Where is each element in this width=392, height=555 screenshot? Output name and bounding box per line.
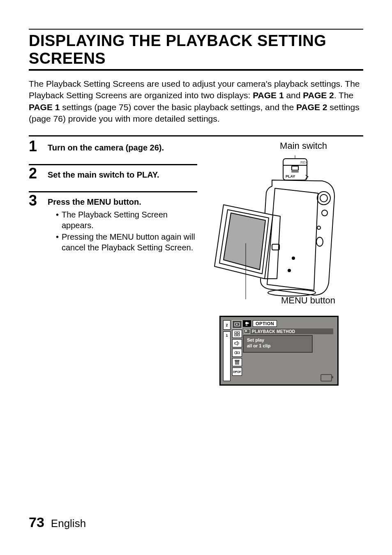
option-label: OPTION xyxy=(253,320,277,327)
top-rule xyxy=(29,29,363,30)
lcd-page-tabs: 2 1 xyxy=(223,320,231,381)
volume-icon xyxy=(232,339,242,347)
svg-point-10 xyxy=(316,237,323,246)
step-title: Press the MENU button. xyxy=(48,197,197,207)
camera-diagram: REC PLAY xyxy=(211,155,347,299)
page-number: 73 xyxy=(29,514,44,530)
svg-point-7 xyxy=(317,192,330,205)
intro-bold-page1b: PAGE 1 xyxy=(29,102,60,112)
playback-icon xyxy=(232,320,242,328)
bullet-item: The Playback Setting Screen appears. xyxy=(56,209,197,231)
intro-text: and xyxy=(284,90,303,100)
svg-text:REC: REC xyxy=(300,160,309,164)
intro-bold-page2b: PAGE 2 xyxy=(296,102,327,112)
bullet-item: Pressing the MENU button again will canc… xyxy=(56,231,197,253)
svg-rect-30 xyxy=(235,360,239,361)
svg-rect-22 xyxy=(238,334,240,336)
intro-text: settings (page 75) cover the basic playb… xyxy=(60,102,296,112)
svg-rect-2 xyxy=(292,166,298,170)
lcd-main-area: OPTION PLAYBACK METHOD Set play all or 1… xyxy=(243,320,333,381)
svg-point-31 xyxy=(245,322,248,324)
step-number: 3 xyxy=(29,193,41,208)
svg-marker-23 xyxy=(235,341,238,345)
illustration-column: Main switch REC PLAY xyxy=(207,139,363,263)
menu-button-label: MENU button xyxy=(281,295,335,306)
battery-icon xyxy=(321,374,332,382)
tab-1: 1 xyxy=(223,331,231,381)
svg-rect-21 xyxy=(235,334,237,336)
svg-point-12 xyxy=(292,257,295,259)
svg-marker-32 xyxy=(248,322,249,324)
playback-method-label: PLAYBACK METHOD xyxy=(252,329,295,334)
step-number: 1 xyxy=(29,139,41,154)
step-divider xyxy=(29,164,197,165)
main-switch-label: Main switch xyxy=(280,141,327,151)
play-icon xyxy=(244,329,250,334)
title-underline xyxy=(29,69,363,71)
tab-2: 2 xyxy=(223,320,231,330)
dpof-icon: DPOF xyxy=(232,368,242,376)
step-bullets: The Playback Setting Screen appears. Pre… xyxy=(48,209,197,253)
svg-marker-18 xyxy=(236,324,238,325)
delete-icon xyxy=(232,358,242,366)
slideshow-icon xyxy=(232,330,242,338)
option-head-icon xyxy=(243,320,251,327)
intro-text: . The xyxy=(334,90,353,100)
svg-rect-20 xyxy=(238,332,240,333)
svg-point-13 xyxy=(288,269,291,272)
playback-method-row: PLAYBACK METHOD xyxy=(243,328,333,334)
svg-point-8 xyxy=(320,194,327,202)
steps-top-rule xyxy=(29,135,363,136)
step-divider xyxy=(29,191,197,192)
steps-column: 1 Turn on the camera (page 26). 2 Set th… xyxy=(29,139,197,263)
step-title: Set the main switch to PLAY. xyxy=(48,170,159,180)
lcd-screen: 2 1 xyxy=(219,316,339,386)
svg-rect-19 xyxy=(235,332,237,333)
step-3: 3 Press the MENU button. The Playback Se… xyxy=(29,193,197,254)
intro-bold-page1: PAGE 1 xyxy=(253,90,284,100)
page-language: English xyxy=(51,517,86,530)
lcd-icon-column: DPOF xyxy=(232,320,241,381)
svg-point-9 xyxy=(322,210,327,216)
step-1: 1 Turn on the camera (page 26). xyxy=(29,139,197,155)
page-title: DISPLAYING THE PLAYBACK SETTING SCREENS xyxy=(29,32,363,67)
step-title: Turn on the camera (page 26). xyxy=(48,143,164,153)
intro-bold-page2: PAGE 2 xyxy=(303,90,334,100)
intro-paragraph: The Playback Setting Screens are used to… xyxy=(29,78,363,125)
svg-text:PLAY: PLAY xyxy=(286,174,295,178)
protect-icon xyxy=(232,349,242,357)
desc-line-1: Set play xyxy=(247,338,309,343)
playback-method-desc: Set play all or 1 clip xyxy=(243,335,313,352)
desc-line-2: all or 1 clip xyxy=(247,343,309,349)
step-2: 2 Set the main switch to PLAY. xyxy=(29,166,197,182)
svg-point-11 xyxy=(317,226,321,229)
page-footer: 73English xyxy=(29,514,86,530)
step-number: 2 xyxy=(29,166,41,181)
